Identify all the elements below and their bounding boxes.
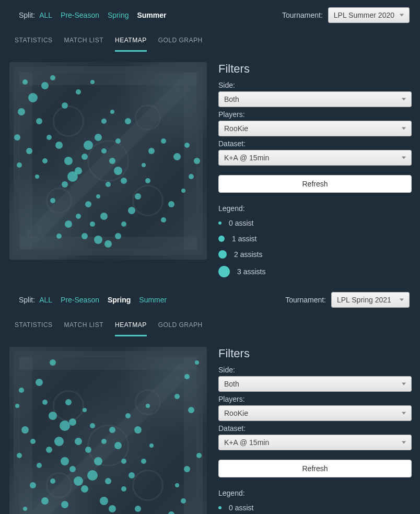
dataset-label: Dataset: — [218, 424, 412, 433]
heatmap-dot — [104, 240, 112, 248]
filters-sidebar: FiltersSide:BothPlayers:RooKieDataset:K+… — [207, 347, 412, 514]
dataset-select[interactable]: K+A @ 15min — [218, 435, 412, 450]
legend-dot-icon — [218, 266, 230, 277]
legend-label: 0 assist — [229, 504, 253, 512]
split-label: Split: — [19, 296, 35, 304]
split-label: Split: — [19, 11, 35, 19]
heatmap-dot — [85, 201, 91, 207]
split-pre-season[interactable]: Pre-Season — [61, 296, 99, 304]
heatmap-dot — [184, 374, 190, 379]
heatmap-dot — [30, 439, 36, 444]
heatmap-dot — [195, 360, 199, 365]
split-spring[interactable]: Spring — [108, 11, 129, 19]
heatmap-dot — [81, 154, 88, 160]
split-pre-season[interactable]: Pre-Season — [61, 11, 99, 19]
split-all[interactable]: ALL — [39, 11, 52, 19]
legend-dot-icon — [218, 506, 221, 509]
legend-row: 0 assist — [218, 504, 412, 512]
tab-gold-graph[interactable]: GOLD GRAPH — [158, 321, 203, 336]
tournament-label: Tournament: — [282, 11, 323, 19]
refresh-button[interactable]: Refresh — [218, 175, 412, 193]
refresh-button[interactable]: Refresh — [218, 460, 412, 477]
heatmap-dot — [36, 379, 43, 386]
tab-match-list[interactable]: MATCH LIST — [64, 37, 103, 52]
players-select[interactable]: RooKie — [218, 121, 412, 136]
split-spring[interactable]: Spring — [108, 296, 131, 304]
heatmap-dot — [94, 457, 102, 465]
heatmap-dot — [129, 472, 135, 478]
heatmap-dot — [37, 463, 42, 468]
heatmap-dot — [17, 162, 22, 168]
heatmap-dot — [22, 79, 28, 85]
heatmap-map — [9, 62, 207, 260]
heatmap-dot — [161, 138, 166, 144]
heatmap-dot — [110, 110, 114, 114]
heatmap-dot — [149, 443, 154, 448]
heatmap-dot — [69, 466, 76, 472]
heatmap-dot — [55, 142, 63, 149]
heatmap-dot — [184, 466, 190, 472]
tab-heatmap[interactable]: HEATMAP — [115, 321, 147, 336]
heatmap-dot — [121, 221, 126, 227]
side-select[interactable]: Both — [218, 376, 412, 392]
heatmap-dot — [81, 485, 88, 493]
split-summer[interactable]: Summer — [137, 11, 166, 19]
heatmap-map — [9, 347, 207, 514]
tab-match-list[interactable]: MATCH LIST — [64, 321, 103, 336]
heatmap-dot — [90, 423, 95, 428]
split-items: ALLPre-SeasonSpringSummer — [39, 296, 167, 304]
heatmap-dot — [54, 437, 64, 446]
heatmap-dot — [75, 438, 82, 445]
tournament-select[interactable]: LPL Summer 2020 — [328, 7, 410, 23]
side-label: Side: — [218, 366, 412, 374]
main: FiltersSide:BothPlayers:RooKieDataset:K+… — [0, 336, 420, 514]
heatmap-dot — [141, 459, 146, 464]
tab-statistics[interactable]: STATISTICS — [15, 321, 53, 336]
heatmap-dot — [26, 148, 32, 154]
players-select[interactable]: RooKie — [218, 405, 412, 421]
tab-gold-graph[interactable]: GOLD GRAPH — [158, 37, 203, 52]
heatmap-dot — [100, 497, 108, 505]
legend-row: 1 assist — [218, 235, 412, 243]
heatmap-dot — [18, 108, 25, 115]
tab-statistics[interactable]: STATISTICS — [15, 37, 53, 52]
heatmap-dot — [28, 93, 38, 102]
heatmap-dot — [46, 135, 52, 140]
heatmap-dot — [121, 486, 126, 492]
dataset-select[interactable]: K+A @ 15min — [218, 150, 412, 166]
filters-sidebar: FiltersSide:BothPlayers:RooKieDataset:K+… — [207, 62, 412, 285]
heatmap-dot — [41, 497, 49, 505]
heatmap-dot — [65, 220, 72, 228]
heatmap-dot — [146, 404, 150, 408]
heatmap-dot — [21, 426, 29, 434]
heatmap-dot — [62, 181, 68, 188]
heatmap-dot — [69, 418, 76, 426]
heatmap-dot — [105, 478, 111, 484]
tournament-select[interactable]: LPL Spring 2021 — [331, 292, 410, 308]
heatmap-dot — [125, 413, 131, 418]
dataset-label: Dataset: — [218, 139, 412, 148]
split-summer[interactable]: Summer — [139, 296, 167, 304]
heatmap-dot — [161, 217, 166, 223]
panel: Split:ALLPre-SeasonSpringSummerTournamen… — [0, 0, 420, 285]
side-label: Side: — [218, 81, 412, 89]
heatmap-dot — [61, 501, 68, 508]
heatmap-dot — [90, 221, 95, 227]
heatmap-dot — [114, 167, 122, 175]
heatmap-dot — [50, 478, 55, 484]
heatmap-dot — [17, 453, 22, 458]
heatmap-dot — [142, 163, 146, 167]
players-label: Players: — [218, 110, 412, 119]
tabs: STATISTICSMATCH LISTHEATMAPGOLD GRAPH — [0, 312, 420, 336]
legend-label: 0 assist — [229, 219, 253, 227]
heatmap-dot — [115, 138, 121, 144]
filters-title: Filters — [218, 347, 412, 360]
side-select[interactable]: Both — [218, 91, 412, 107]
panel: Split:ALLPre-SeasonSpringSummerTournamen… — [0, 285, 420, 514]
heatmap-dot — [101, 439, 107, 444]
tab-heatmap[interactable]: HEATMAP — [115, 37, 147, 52]
heatmap-dot — [35, 174, 39, 179]
heatmap-dot — [56, 233, 62, 239]
split-all[interactable]: ALL — [39, 296, 52, 304]
heatmap-dot — [181, 498, 186, 504]
